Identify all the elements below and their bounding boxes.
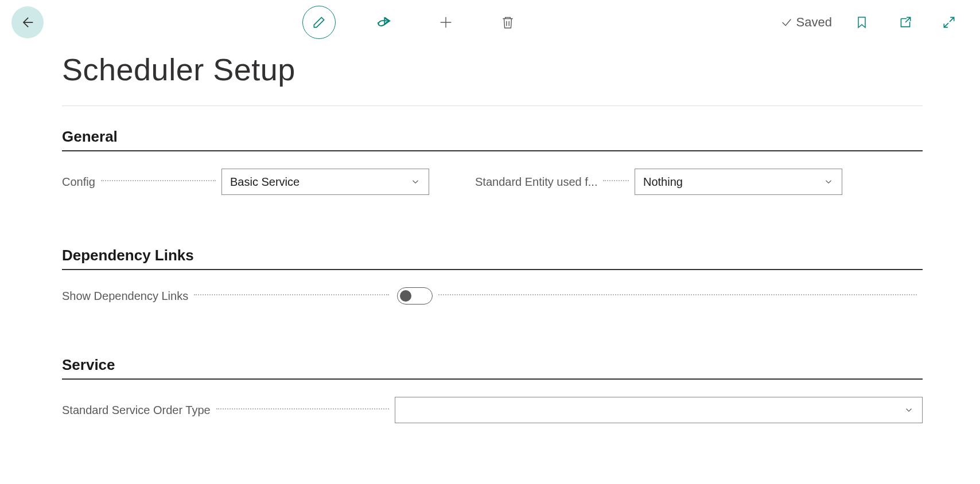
- arrow-left-icon: [20, 14, 36, 30]
- field-config: Config Basic Service: [62, 169, 429, 195]
- edit-button[interactable]: [302, 6, 336, 39]
- page-body: Scheduler Setup General Config Basic Ser…: [0, 52, 980, 423]
- page-title: Scheduler Setup: [62, 52, 923, 87]
- label-wrap: Standard Entity used f...: [475, 175, 635, 189]
- chevron-down-icon: [904, 405, 914, 415]
- label-wrap: Config: [62, 175, 221, 189]
- popout-icon: [898, 15, 913, 30]
- trash-icon: [500, 15, 515, 30]
- share-icon: [375, 14, 392, 31]
- field-show-links: Show Dependency Links: [62, 287, 923, 305]
- bookmark-button[interactable]: [848, 9, 876, 36]
- plus-icon: [438, 14, 454, 30]
- expand-icon: [942, 15, 956, 30]
- saved-indicator: Saved: [780, 15, 832, 30]
- config-select[interactable]: Basic Service: [221, 169, 429, 195]
- saved-label: Saved: [796, 15, 832, 30]
- dots: [194, 294, 389, 295]
- section-header-service: Service: [62, 356, 923, 380]
- label-wrap: Standard Service Order Type: [62, 404, 395, 417]
- title-divider: [62, 106, 923, 106]
- chevron-down-icon: [410, 177, 421, 187]
- back-button[interactable]: [11, 6, 44, 38]
- toggle-knob: [400, 290, 411, 302]
- general-fields-row: Config Basic Service Standard Entity use…: [62, 169, 923, 195]
- section-dependency: Dependency Links Show Dependency Links: [62, 247, 923, 305]
- bookmark-icon: [855, 14, 869, 31]
- new-button[interactable]: [432, 9, 460, 36]
- entity-value: Nothing: [643, 175, 683, 189]
- show-links-label: Show Dependency Links: [62, 290, 188, 303]
- dots: [438, 294, 917, 295]
- dots: [216, 408, 389, 409]
- dots: [101, 180, 216, 181]
- toolbar: Saved: [0, 0, 980, 45]
- section-header-dependency: Dependency Links: [62, 247, 923, 270]
- popout-button[interactable]: [892, 9, 919, 36]
- label-wrap: Show Dependency Links: [62, 290, 395, 303]
- delete-button[interactable]: [494, 9, 522, 36]
- expand-button[interactable]: [935, 9, 963, 36]
- pencil-icon: [312, 15, 326, 30]
- order-type-select[interactable]: [395, 397, 923, 423]
- entity-select[interactable]: Nothing: [635, 169, 842, 195]
- config-label: Config: [62, 175, 95, 189]
- chevron-down-icon: [823, 177, 834, 187]
- dots: [603, 180, 629, 181]
- field-entity: Standard Entity used f... Nothing: [475, 169, 842, 195]
- order-type-label: Standard Service Order Type: [62, 404, 211, 417]
- check-icon: [780, 16, 793, 29]
- toolbar-center: [44, 6, 780, 39]
- section-general: General Config Basic Service Standard En…: [62, 128, 923, 195]
- section-header-general: General: [62, 128, 923, 151]
- section-service: Service Standard Service Order Type: [62, 356, 923, 423]
- field-order-type: Standard Service Order Type: [62, 397, 923, 423]
- share-button[interactable]: [370, 9, 398, 36]
- toolbar-right: Saved: [780, 9, 969, 36]
- show-links-toggle[interactable]: [397, 287, 433, 305]
- config-value: Basic Service: [230, 175, 300, 189]
- entity-label: Standard Entity used f...: [475, 175, 597, 189]
